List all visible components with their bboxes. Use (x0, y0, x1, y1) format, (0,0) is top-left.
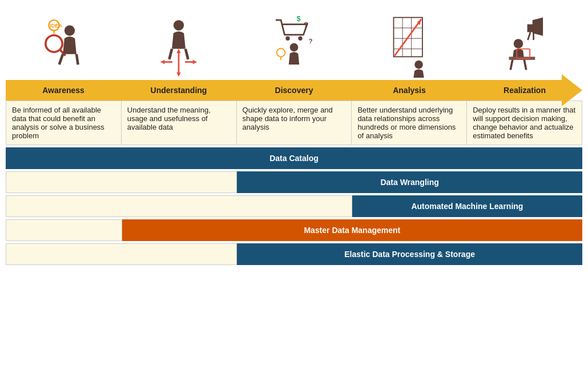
awareness-icon: IDEA (41, 15, 86, 78)
desc-realization: Deploy results in a manner that will sup… (467, 101, 582, 145)
svg-line-9 (170, 49, 172, 59)
feature-row-automated-ml: Automated Machine Learning (6, 195, 582, 217)
svg-point-22 (277, 49, 285, 57)
svg-point-19 (285, 37, 289, 41)
svg-marker-18 (193, 60, 197, 64)
data-wrangling-spacer (6, 171, 237, 193)
feature-row-data-wrangling: Data Wrangling (6, 171, 582, 193)
analysis-icon-cell (352, 6, 467, 80)
elastic-data-bar: Elastic Data Processing & Storage (237, 243, 582, 265)
svg-text:?: ? (309, 38, 313, 45)
master-data-spacer (6, 219, 122, 241)
phase-label-realization: Realization (467, 80, 582, 101)
data-wrangling-bar: Data Wrangling (237, 171, 582, 193)
svg-line-4 (76, 54, 78, 65)
svg-line-37 (528, 32, 531, 40)
svg-point-20 (298, 37, 302, 41)
understanding-icon-cell (121, 6, 236, 80)
arrow-body: Awareness Understanding Discovery Analys… (6, 80, 562, 101)
svg-text:IDEA: IDEA (50, 23, 62, 29)
analysis-icon (386, 15, 432, 78)
realization-icon (502, 15, 547, 78)
svg-marker-16 (160, 60, 164, 64)
master-data-bar: Master Data Management (122, 219, 582, 241)
desc-analysis: Better understand underlying data relati… (352, 101, 467, 145)
phase-label-analysis: Analysis (352, 80, 467, 101)
phase-label-discovery: Discovery (236, 80, 352, 101)
svg-point-8 (174, 20, 184, 30)
main-container: IDEA (6, 6, 582, 265)
arrow-labels: Awareness Understanding Discovery Analys… (6, 80, 582, 101)
features-section: Data Catalog Data Wrangling Automated Ma… (6, 147, 582, 265)
feature-row-master-data: Master Data Management (6, 219, 582, 241)
desc-discovery: Quickly explore, merge and shape data to… (236, 101, 352, 145)
svg-line-40 (510, 59, 513, 70)
desc-awareness: Be informed of all available data that c… (6, 101, 122, 145)
svg-rect-36 (527, 25, 534, 33)
svg-marker-12 (176, 73, 180, 77)
svg-line-41 (524, 59, 526, 70)
understanding-icon (156, 15, 202, 78)
discovery-icon-cell: ? ? $ (236, 6, 352, 80)
phase-label-understanding: Understanding (121, 80, 236, 101)
arrow-row: Awareness Understanding Discovery Analys… (6, 80, 582, 101)
data-catalog-bar: Data Catalog (6, 147, 582, 169)
desc-understanding: Understand the meaning, usage and useful… (121, 101, 236, 145)
discovery-icon: ? ? $ (271, 15, 317, 78)
descriptions-table: Be informed of all available data that c… (6, 101, 582, 145)
realization-icon-cell (467, 6, 582, 80)
elastic-data-spacer (6, 243, 237, 265)
svg-point-39 (514, 39, 523, 49)
svg-line-10 (186, 49, 188, 59)
svg-text:$: $ (297, 15, 301, 23)
feature-row-data-catalog: Data Catalog (6, 147, 582, 169)
svg-point-35 (414, 61, 423, 69)
phase-label-awareness: Awareness (6, 80, 121, 101)
automated-ml-spacer (6, 195, 352, 217)
svg-marker-14 (176, 49, 180, 53)
awareness-icon-cell: IDEA (6, 6, 121, 80)
svg-text:?: ? (304, 21, 309, 30)
svg-point-2 (65, 25, 75, 35)
svg-point-21 (290, 43, 299, 52)
descriptions-row: Be informed of all available data that c… (6, 101, 582, 145)
feature-row-elastic-data: Elastic Data Processing & Storage (6, 243, 582, 265)
svg-line-3 (59, 54, 63, 65)
svg-line-33 (394, 19, 421, 55)
automated-ml-bar: Automated Machine Learning (352, 195, 582, 217)
icons-row: IDEA (6, 6, 582, 80)
